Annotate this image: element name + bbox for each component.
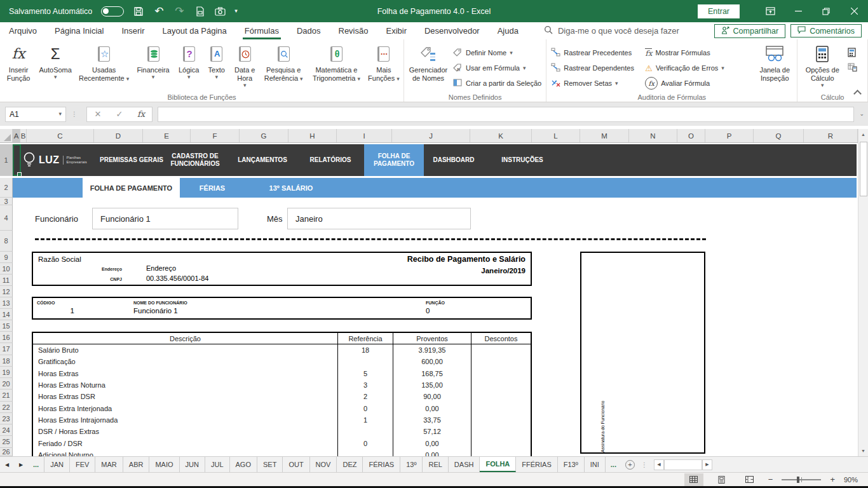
tab-formulas[interactable]: Fórmulas [236,22,288,39]
sheet-tab-jan[interactable]: JAN [44,457,70,472]
col-header-J[interactable]: J [392,129,470,142]
col-header-P[interactable]: P [705,129,754,142]
horizontal-scrollbar[interactable]: ◀ ▶ [654,457,712,472]
nav-instrucoes[interactable]: INSTRUÇÕES [485,144,559,176]
row-header-14[interactable]: 14 [0,309,13,320]
col-header-K[interactable]: K [470,129,532,142]
sheet-tab-maio[interactable]: MAIO [149,457,179,472]
sheet-prev-icon[interactable]: ◀ [0,457,14,472]
select-all-corner[interactable] [0,129,13,142]
cancel-entry-icon[interactable]: ✕ [87,109,109,119]
sheet-tab-fferias[interactable]: FFÉRIAS [516,457,557,472]
more-sheets-left[interactable]: ... [28,457,44,472]
logical-button[interactable]: ? Lógica ▾ [174,41,203,92]
row-header-12[interactable]: 12 [0,286,13,297]
more-functions-button[interactable]: ••• Mais Funções ▾ [366,41,402,92]
watch-window-button[interactable]: Janela de Inspeção [754,41,795,92]
sheet-tab-folha[interactable]: FOLHA [480,457,516,472]
zoom-thumb[interactable] [797,477,799,483]
row-header-24[interactable]: 24 [0,424,13,436]
tab-exibir[interactable]: Exibir [377,22,416,39]
row-header-26[interactable]: 26 [0,448,13,456]
sheet-next-icon[interactable]: ▶ [14,457,28,472]
col-header-A[interactable]: A [13,129,20,142]
zoom-in-icon[interactable]: + [830,475,835,484]
row-header-20[interactable]: 20 [0,378,13,390]
nav-cadastro-funcionarios[interactable]: CADASTRO DE FUNCIONÁRIOS [153,144,238,176]
employee-select[interactable]: Funcionário 1 [92,208,238,229]
col-header-R[interactable]: R [804,129,858,142]
sheet-tab-rel[interactable]: REL [423,457,448,472]
calculate-sheet-button[interactable] [845,60,860,76]
row-header-22[interactable]: 22 [0,402,13,413]
camera-icon[interactable] [214,6,226,17]
expand-formula-bar-icon[interactable]: ⌄ [859,111,864,117]
sheet-tab-jul[interactable]: JUL [205,457,230,472]
tab-pagina-inicial[interactable]: Página Inicial [46,22,112,39]
sheet-tab-jun[interactable]: JUN [180,457,205,472]
tab-arquivo[interactable]: Arquivo [0,22,46,39]
name-box[interactable]: A1 ▾ [5,107,66,122]
col-header-E[interactable]: E [143,129,191,142]
formula-input[interactable] [158,107,854,122]
close-icon[interactable] [840,0,868,22]
month-select[interactable]: Janeiro [287,208,471,229]
subtab-folha-de-pagamento[interactable]: FOLHA DE PAGAMENTO [83,178,180,198]
confirm-entry-icon[interactable]: ✓ [109,109,130,119]
insert-function-button[interactable]: fx Inserir Função [2,41,35,92]
row-header-9[interactable]: 9 [0,252,13,263]
sheet-tab-dez[interactable]: DEZ [337,457,363,472]
nav-lancamentos[interactable]: LANÇAMENTOS [229,144,296,176]
sheet-tab-fev[interactable]: FEV [70,457,95,472]
row-header-8[interactable]: 8 [0,231,13,252]
trace-precedents-button[interactable]: Rastrear Precedentes [548,45,642,60]
tab-inserir[interactable]: Inserir [112,22,153,39]
print-preview-icon[interactable] [194,6,205,17]
calculation-options-button[interactable]: Opções de Cálculo ▾ [799,41,845,92]
calculate-now-button[interactable] [845,45,860,60]
col-header-D[interactable]: D [94,129,143,142]
row-header-18[interactable]: 18 [0,355,13,367]
col-header-B[interactable]: B [20,129,27,142]
save-icon[interactable] [133,6,144,17]
page-layout-view-icon[interactable] [712,473,731,486]
sheet-tab-ferias[interactable]: FÉRIAS [363,457,400,472]
col-header-C[interactable]: C [27,129,94,142]
text-button[interactable]: A Texto ▾ [203,41,229,92]
evaluate-formula-button[interactable]: fx Avaliar Fórmula [642,76,754,91]
col-header-N[interactable]: N [629,129,677,142]
sign-in-button[interactable]: Entrar [698,4,740,18]
subtab-13-salario[interactable]: 13º SALÁRIO [245,178,337,198]
autosum-button[interactable]: Σ AutoSoma ▾ [35,41,76,92]
undo-icon[interactable]: ↶ [153,6,165,17]
zoom-level[interactable]: 90% [844,476,862,484]
subtab-ferias[interactable]: FÉRIAS [180,178,245,198]
row-header-2[interactable]: 2 [0,178,13,198]
tab-dados[interactable]: Dados [288,22,330,39]
row-header-10[interactable]: 10 [0,263,13,274]
col-header-G[interactable]: G [240,129,288,142]
comments-button[interactable]: Comentários [790,24,862,37]
use-in-formula-button[interactable]: fx Usar em Fórmula ▾ [451,60,544,76]
col-header-Q[interactable]: Q [754,129,804,142]
sheet-tab-ini[interactable]: INI [585,457,606,472]
define-name-button[interactable]: Definir Nome ▾ [451,45,544,60]
name-manager-button[interactable]: Gerenciador de Nomes [406,41,451,92]
financial-button[interactable]: Financeira ▾ [132,41,174,92]
sheet-tab-out[interactable]: OUT [283,457,309,472]
error-checking-button[interactable]: ⚠ Verificação de Erros ▾ [642,60,754,76]
ribbon-display-options-icon[interactable] [756,0,784,22]
share-button[interactable]: Compartilhar [714,24,786,38]
row-header-3[interactable]: 3 [0,198,13,205]
zoom-out-icon[interactable]: − [768,475,773,484]
row-header-21[interactable]: 21 [0,390,13,402]
datetime-button[interactable]: Data e Hora ▾ [229,41,260,92]
restore-icon[interactable] [812,0,840,22]
sheet-tab-mar[interactable]: MAR [95,457,123,472]
row-header-16[interactable]: 16 [0,332,13,343]
row-header-13[interactable]: 13 [0,297,13,309]
zoom-slider[interactable] [782,479,821,480]
lookup-button[interactable]: Pesquisa e Referência ▾ [260,41,307,92]
sheet-tab-f13[interactable]: F13º [558,457,585,472]
sheet-tab-abr[interactable]: ABR [123,457,150,472]
